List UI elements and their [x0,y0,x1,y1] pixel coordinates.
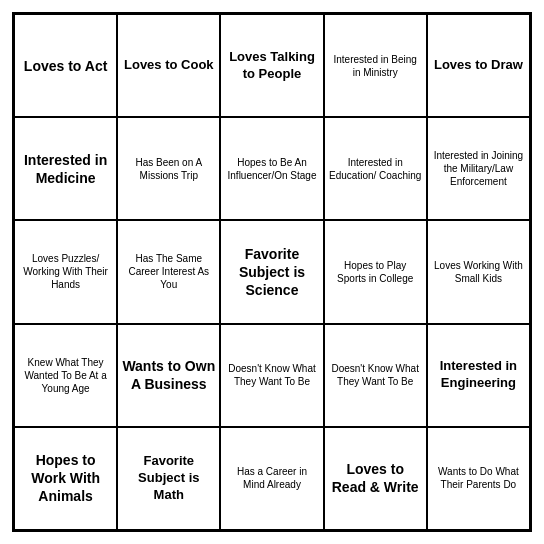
bingo-cell-r1c0: Interested in Medicine [14,117,117,220]
bingo-cell-r2c1: Has The Same Career Interest As You [117,220,220,323]
bingo-cell-r2c2: Favorite Subject is Science [220,220,323,323]
bingo-cell-r1c3: Interested in Education/ Coaching [324,117,427,220]
bingo-cell-r3c4: Interested in Engineering [427,324,530,427]
bingo-cell-r4c1: Favorite Subject is Math [117,427,220,530]
bingo-cell-r0c3: Interested in Being in Ministry [324,14,427,117]
bingo-cell-r3c2: Doesn't Know What They Want To Be [220,324,323,427]
bingo-cell-r4c0: Hopes to Work With Animals [14,427,117,530]
bingo-grid: Loves to ActLoves to CookLoves Talking t… [14,14,530,530]
bingo-cell-r1c1: Has Been on A Missions Trip [117,117,220,220]
bingo-cell-r3c3: Doesn't Know What They Want To Be [324,324,427,427]
bingo-cell-r2c3: Hopes to Play Sports in College [324,220,427,323]
bingo-cell-r3c1: Wants to Own A Business [117,324,220,427]
bingo-cell-r4c3: Loves to Read & Write [324,427,427,530]
bingo-card: Loves to ActLoves to CookLoves Talking t… [12,12,532,532]
bingo-cell-r1c2: Hopes to Be An Influencer/On Stage [220,117,323,220]
bingo-cell-r2c4: Loves Working With Small Kids [427,220,530,323]
bingo-cell-r3c0: Knew What They Wanted To Be At a Young A… [14,324,117,427]
bingo-cell-r2c0: Loves Puzzles/ Working With Their Hands [14,220,117,323]
bingo-cell-r4c2: Has a Career in Mind Already [220,427,323,530]
bingo-cell-r0c0: Loves to Act [14,14,117,117]
bingo-cell-r0c2: Loves Talking to People [220,14,323,117]
bingo-cell-r1c4: Interested in Joining the Military/Law E… [427,117,530,220]
bingo-cell-r0c1: Loves to Cook [117,14,220,117]
bingo-cell-r4c4: Wants to Do What Their Parents Do [427,427,530,530]
bingo-cell-r0c4: Loves to Draw [427,14,530,117]
